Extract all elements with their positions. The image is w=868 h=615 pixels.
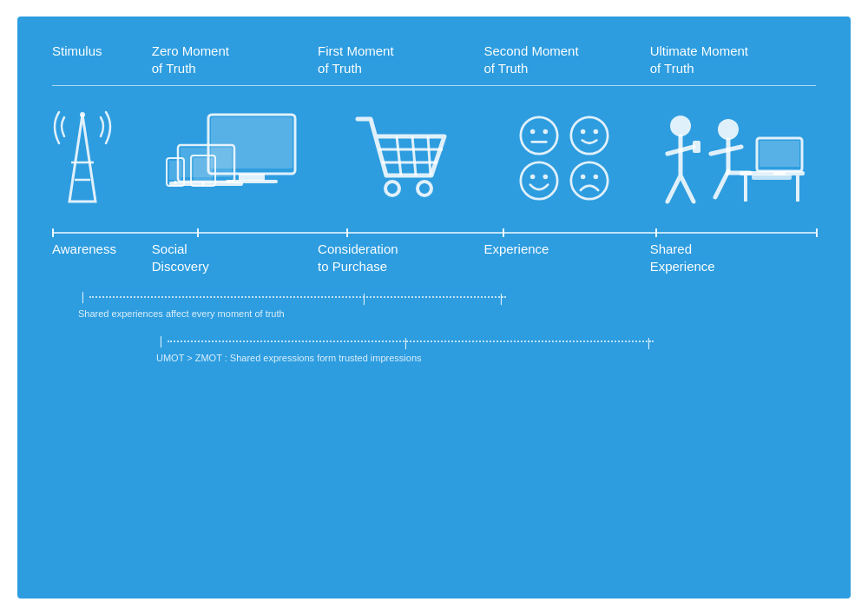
svg-point-25 <box>530 129 536 135</box>
slight-smile-icon <box>569 116 609 155</box>
timeline <box>52 232 816 234</box>
smot-icon-col <box>483 116 649 201</box>
dotted-label-1: Shared experiences affect every moment o… <box>52 305 816 321</box>
dotted-start-marker-2: ❘ <box>156 334 166 347</box>
svg-point-28 <box>571 117 608 154</box>
header-divider <box>52 85 816 86</box>
svg-rect-42 <box>796 175 799 202</box>
dotted-mid-marker-1: ❘ <box>359 292 369 305</box>
dotted-start-marker-1: ❘ <box>78 290 88 303</box>
dotted-line-row-2: ❘ ❘ ❘ <box>52 334 816 347</box>
label-row: Awareness SocialDiscovery Considerationt… <box>52 241 816 274</box>
neutral-face-icon <box>519 116 559 155</box>
dotted-end-marker-1: ❘ <box>496 292 506 305</box>
svg-rect-15 <box>194 158 213 181</box>
label-consideration: Considerationto Purchase <box>318 241 483 274</box>
stimulus-icon-col <box>52 110 152 206</box>
people-computer-icon <box>654 110 811 206</box>
tick-1 <box>197 228 199 237</box>
happy-face-icon <box>519 161 559 201</box>
zmot-icon-col <box>152 110 318 206</box>
svg-point-37 <box>670 116 691 136</box>
svg-rect-6 <box>239 174 265 181</box>
svg-line-21 <box>428 136 431 175</box>
svg-rect-12 <box>169 161 181 180</box>
svg-marker-0 <box>69 115 95 202</box>
dotted-line-row-1: ❘ ❘ ❘ <box>52 290 816 303</box>
dotted-end-marker-2: ❘ <box>644 336 654 349</box>
fmot-icon-col <box>318 110 483 206</box>
header-row: Stimulus Zero Momentof Truth First Momen… <box>52 43 816 76</box>
svg-point-24 <box>521 117 557 154</box>
label-social-discovery: SocialDiscovery <box>152 241 318 274</box>
emoji-grid <box>519 116 615 201</box>
svg-point-16 <box>201 182 205 185</box>
svg-rect-44 <box>760 141 799 167</box>
devices-icon <box>165 110 304 206</box>
svg-rect-46 <box>752 175 792 180</box>
svg-line-19 <box>397 136 401 175</box>
svg-point-31 <box>521 162 557 199</box>
svg-line-20 <box>412 136 416 175</box>
header-umot: Ultimate Momentof Truth <box>650 43 816 76</box>
dotted-label-2: UMOT > ZMOT : Shared expressions form tr… <box>52 349 816 365</box>
umot-icon-col <box>650 110 816 206</box>
svg-point-13 <box>174 181 177 184</box>
tick-0 <box>52 228 54 237</box>
svg-point-32 <box>530 175 536 180</box>
svg-point-3 <box>80 112 85 117</box>
svg-point-35 <box>581 175 586 180</box>
tick-5 <box>816 228 818 237</box>
svg-point-22 <box>385 182 399 195</box>
svg-point-29 <box>581 129 586 135</box>
header-smot: Second Momentof Truth <box>483 43 649 76</box>
dotted-section: ❘ ❘ ❘ Shared experiences affect every mo… <box>52 290 816 365</box>
svg-point-30 <box>594 129 599 135</box>
tick-2 <box>346 228 348 237</box>
shopping-cart-icon <box>353 110 449 206</box>
dotted-mid-marker-2: ❘ <box>401 336 411 349</box>
header-zmot: Zero Momentof Truth <box>152 43 318 76</box>
label-awareness: Awareness <box>52 241 152 258</box>
broadcast-tower-icon <box>52 110 113 206</box>
tick-3 <box>503 228 504 237</box>
label-shared-experience: SharedExperience <box>650 241 816 274</box>
sad-face-icon <box>569 161 609 201</box>
svg-point-23 <box>418 182 431 195</box>
header-stimulus: Stimulus <box>52 43 152 60</box>
svg-rect-38 <box>693 141 700 153</box>
icon-row <box>52 102 816 215</box>
svg-point-33 <box>543 175 549 180</box>
svg-point-39 <box>718 119 739 140</box>
svg-point-34 <box>571 162 608 199</box>
label-experience: Experience <box>483 241 649 258</box>
slide: Stimulus Zero Momentof Truth First Momen… <box>17 17 851 598</box>
svg-point-26 <box>543 129 549 135</box>
tick-4 <box>655 228 657 237</box>
svg-point-36 <box>594 175 599 180</box>
header-fmot: First Momentof Truth <box>318 43 483 76</box>
svg-rect-41 <box>744 175 747 202</box>
